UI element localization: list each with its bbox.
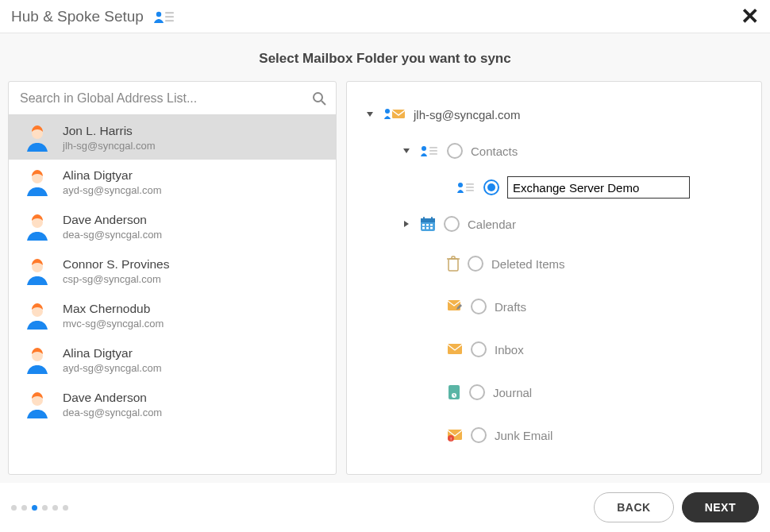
tree-account-row[interactable]: jlh-sg@syncgal.com xyxy=(358,96,753,133)
drafts-icon xyxy=(447,299,463,314)
contact-email: ayd-sg@syncgal.com xyxy=(63,184,161,196)
svg-rect-27 xyxy=(421,218,435,222)
folder-rename-input[interactable] xyxy=(507,176,690,199)
search-box xyxy=(9,82,336,115)
folder-radio[interactable] xyxy=(469,384,485,400)
contact-name: Dave Anderson xyxy=(63,391,162,405)
back-button[interactable]: BACK xyxy=(594,492,673,522)
svg-rect-2 xyxy=(165,16,174,17)
pager-dot[interactable] xyxy=(21,505,27,511)
folder-row[interactable]: Drafts xyxy=(358,285,753,328)
folder-radio[interactable] xyxy=(447,143,463,159)
close-icon[interactable]: ✕ xyxy=(741,6,759,28)
folder-radio[interactable] xyxy=(444,216,460,232)
svg-rect-34 xyxy=(426,227,429,229)
contact-email: dea-sg@syncgal.com xyxy=(63,407,162,418)
contact-name: Dave Anderson xyxy=(63,213,162,227)
contacts-icon xyxy=(153,9,175,25)
pager-dot[interactable] xyxy=(63,505,68,511)
contact-email: mvc-sg@syncgal.com xyxy=(63,318,164,330)
folder-row[interactable]: ! Junk Email xyxy=(358,414,753,457)
pager-dot[interactable] xyxy=(11,505,17,511)
svg-rect-18 xyxy=(429,147,437,148)
contacts-panel: Jon L. Harris jlh-sg@syncgal.com Alina D… xyxy=(8,81,337,475)
svg-point-14 xyxy=(385,109,390,114)
avatar xyxy=(23,345,52,374)
svg-point-17 xyxy=(422,146,426,151)
folder-label: Drafts xyxy=(495,300,526,314)
folder-row[interactable]: Contacts xyxy=(358,133,753,169)
svg-line-5 xyxy=(321,101,325,105)
step-pager xyxy=(11,505,68,511)
caret-right-icon[interactable] xyxy=(401,218,412,229)
next-button[interactable]: NEXT xyxy=(682,492,759,522)
contact-name: Max Chernodub xyxy=(63,302,164,316)
title-bar: Hub & Spoke Setup ✕ xyxy=(0,0,770,33)
page-subtitle: Select Mailbox Folder you want to sync xyxy=(0,33,770,81)
contact-row[interactable]: Dave Anderson dea-sg@syncgal.com xyxy=(9,204,336,249)
svg-rect-35 xyxy=(430,227,433,229)
account-label: jlh-sg@syncgal.com xyxy=(414,108,520,121)
contact-name: Jon L. Harris xyxy=(63,124,156,138)
svg-rect-36 xyxy=(449,259,458,271)
svg-rect-15 xyxy=(392,110,405,118)
avatar xyxy=(23,256,52,285)
svg-point-4 xyxy=(314,93,322,102)
folder-label: Inbox xyxy=(495,343,524,357)
svg-point-21 xyxy=(458,183,463,187)
folder-row[interactable]: Calendar xyxy=(358,206,753,242)
svg-rect-19 xyxy=(429,150,437,152)
junk-icon: ! xyxy=(447,429,463,441)
contact-list[interactable]: Jon L. Harris jlh-sg@syncgal.com Alina D… xyxy=(9,115,336,474)
pager-dot[interactable] xyxy=(42,505,48,511)
svg-rect-32 xyxy=(430,224,433,226)
svg-point-0 xyxy=(156,11,161,16)
svg-rect-30 xyxy=(422,224,425,226)
caret-down-icon[interactable] xyxy=(364,109,375,120)
folder-row[interactable]: Deleted Items xyxy=(358,242,753,285)
contacts-icon xyxy=(456,181,475,194)
folder-radio[interactable] xyxy=(471,341,487,357)
folder-row[interactable]: Inbox xyxy=(358,328,753,371)
contacts-icon xyxy=(420,145,439,157)
folder-radio[interactable] xyxy=(483,179,499,195)
avatar xyxy=(23,123,52,152)
folder-tree-panel: jlh-sg@syncgal.com Contacts xyxy=(346,81,762,475)
contact-row[interactable]: Dave Anderson dea-sg@syncgal.com xyxy=(9,382,336,426)
folder-radio[interactable] xyxy=(471,427,487,443)
folder-row[interactable]: Journal xyxy=(358,371,753,414)
contact-row[interactable]: Max Chernodub mvc-sg@syncgal.com xyxy=(9,293,336,337)
contact-row[interactable]: Connor S. Provines csp-sg@syncgal.com xyxy=(9,249,336,293)
search-input[interactable] xyxy=(18,91,312,106)
pager-dot[interactable] xyxy=(52,505,58,511)
avatar xyxy=(23,168,52,196)
folder-radio[interactable] xyxy=(471,299,487,314)
caret-down-icon[interactable] xyxy=(401,145,412,156)
svg-rect-33 xyxy=(422,227,425,229)
inbox-icon xyxy=(447,343,463,356)
svg-marker-25 xyxy=(404,221,409,227)
search-icon[interactable] xyxy=(312,91,326,106)
folder-label: Junk Email xyxy=(495,429,552,442)
svg-rect-22 xyxy=(466,183,474,185)
contact-name: Connor S. Provines xyxy=(63,257,169,272)
svg-rect-24 xyxy=(466,190,474,191)
svg-rect-28 xyxy=(423,217,425,220)
folder-label: Deleted Items xyxy=(491,257,565,271)
avatar xyxy=(23,301,52,330)
trash-icon xyxy=(447,256,460,272)
pager-dot[interactable] xyxy=(32,505,37,511)
avatar xyxy=(23,390,52,418)
contact-row[interactable]: Jon L. Harris jlh-sg@syncgal.com xyxy=(9,115,336,160)
svg-rect-31 xyxy=(426,224,429,226)
mailbox-icon xyxy=(383,107,406,121)
folder-radio[interactable] xyxy=(468,256,483,272)
contact-row[interactable]: Alina Digtyar ayd-sg@syncgal.com xyxy=(9,337,336,382)
contact-row[interactable]: Alina Digtyar ayd-sg@syncgal.com xyxy=(9,160,336,204)
folder-row[interactable] xyxy=(358,169,753,206)
contact-email: csp-sg@syncgal.com xyxy=(63,273,169,285)
folder-label: Calendar xyxy=(468,218,516,231)
svg-marker-16 xyxy=(403,148,410,153)
contact-name: Alina Digtyar xyxy=(63,346,161,360)
contact-name: Alina Digtyar xyxy=(63,168,161,183)
